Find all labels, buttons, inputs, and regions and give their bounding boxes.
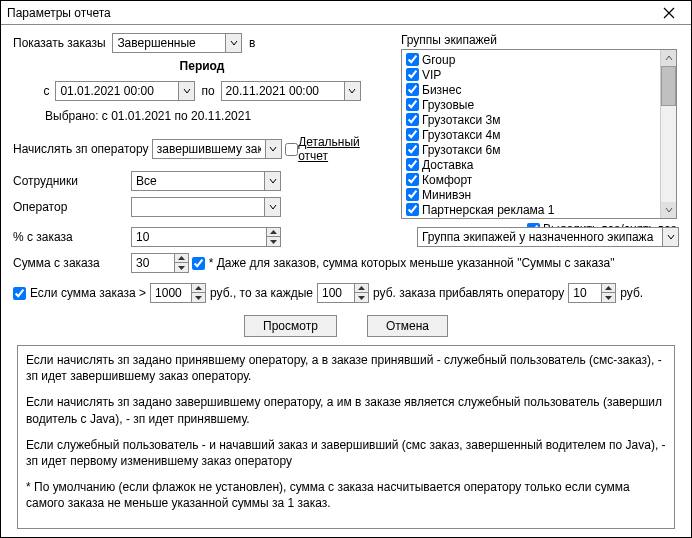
- threshold-checkbox[interactable]: [13, 287, 26, 300]
- pct-order-label: % с заказа: [13, 230, 131, 244]
- show-orders-combo[interactable]: [112, 33, 242, 53]
- date-from-input[interactable]: [56, 82, 178, 100]
- crew-group-item[interactable]: Грузотакси 4м: [406, 127, 672, 142]
- chevron-down-icon[interactable]: [225, 34, 241, 52]
- crew-group-item[interactable]: Доставка: [406, 157, 672, 172]
- per-input[interactable]: [318, 284, 354, 302]
- crew-group-label: Грузовые: [422, 98, 474, 112]
- crew-group-label: Комфорт: [422, 173, 472, 187]
- rub-add-label: руб. заказа прибавлять оператору: [373, 286, 564, 300]
- crew-group-checkbox[interactable]: [406, 143, 419, 156]
- accrual-combo[interactable]: [152, 139, 282, 159]
- group-assigned-input[interactable]: [418, 228, 662, 246]
- sum-order-input[interactable]: [132, 254, 174, 272]
- scroll-up-icon[interactable]: [661, 50, 676, 66]
- spin-down-icon[interactable]: [355, 293, 368, 302]
- close-icon: [663, 7, 675, 19]
- crew-group-checkbox[interactable]: [406, 173, 419, 186]
- show-orders-input[interactable]: [113, 34, 225, 52]
- spin-up-icon[interactable]: [175, 254, 188, 263]
- help-p3: Если служебный пользователь - и начавший…: [26, 437, 666, 469]
- threshold-input[interactable]: [151, 284, 191, 302]
- to-label: по: [201, 84, 214, 98]
- crew-group-item[interactable]: Грузотакси 3м: [406, 112, 672, 127]
- spin-down-icon[interactable]: [267, 237, 280, 246]
- crew-group-checkbox[interactable]: [406, 158, 419, 171]
- crew-group-item[interactable]: Бизнес: [406, 82, 672, 97]
- detail-checkbox[interactable]: [285, 143, 298, 156]
- accrual-label: Начислять зп оператору: [13, 142, 148, 156]
- help-text: Если начислять зп задано принявшему опер…: [17, 345, 675, 529]
- scrollbar[interactable]: [660, 50, 676, 218]
- crew-group-checkbox[interactable]: [406, 203, 419, 216]
- group-assigned-combo[interactable]: [417, 227, 679, 247]
- operator-input[interactable]: [132, 198, 264, 216]
- operator-combo[interactable]: [131, 197, 281, 217]
- bonus-input[interactable]: [569, 284, 601, 302]
- sum-order-label: Сумма с заказа: [13, 256, 131, 270]
- spin-down-icon[interactable]: [192, 293, 205, 302]
- crew-group-label: Доставка: [422, 158, 474, 172]
- crew-group-item[interactable]: Комфорт: [406, 172, 672, 187]
- crew-group-checkbox[interactable]: [406, 53, 419, 66]
- sum-order-spinner[interactable]: [131, 253, 189, 273]
- operator-label: Оператор: [13, 200, 131, 214]
- date-to-input[interactable]: [222, 82, 344, 100]
- help-p4: * По умолчанию (если флажок не установле…: [26, 479, 666, 511]
- even-if-label: * Даже для заказов, сумма которых меньше…: [209, 256, 615, 270]
- scroll-down-icon[interactable]: [661, 202, 676, 218]
- crew-group-item[interactable]: Грузотакси 6м: [406, 142, 672, 157]
- crew-group-label: Бизнес: [422, 83, 461, 97]
- chevron-down-icon[interactable]: [264, 172, 280, 190]
- crew-group-checkbox[interactable]: [406, 188, 419, 201]
- spin-down-icon[interactable]: [175, 263, 188, 272]
- date-from[interactable]: [55, 81, 195, 101]
- detail-label: Детальный отчет: [298, 135, 391, 163]
- rub-then-label: руб., то за каждые: [210, 286, 313, 300]
- spin-up-icon[interactable]: [192, 284, 205, 293]
- bonus-spinner[interactable]: [568, 283, 616, 303]
- spin-up-icon[interactable]: [355, 284, 368, 293]
- even-if-checkbox[interactable]: [192, 257, 205, 270]
- rub-label: руб.: [620, 286, 643, 300]
- view-button[interactable]: Просмотр: [244, 315, 337, 337]
- pct-order-input[interactable]: [132, 228, 266, 246]
- crew-group-item[interactable]: Грузовые: [406, 97, 672, 112]
- chevron-down-icon[interactable]: [265, 140, 281, 158]
- show-orders-label: Показать заказы: [13, 36, 106, 50]
- chevron-down-icon[interactable]: [178, 82, 194, 100]
- chevron-down-icon[interactable]: [344, 82, 360, 100]
- crew-group-checkbox[interactable]: [406, 83, 419, 96]
- employees-input[interactable]: [132, 172, 264, 190]
- chevron-down-icon[interactable]: [662, 228, 678, 246]
- crew-group-checkbox[interactable]: [406, 128, 419, 141]
- spin-down-icon[interactable]: [602, 293, 615, 302]
- crew-group-checkbox[interactable]: [406, 68, 419, 81]
- crew-group-item[interactable]: VIP: [406, 67, 672, 82]
- close-button[interactable]: [653, 2, 685, 24]
- crew-group-item[interactable]: Group: [406, 52, 672, 67]
- pct-order-spinner[interactable]: [131, 227, 281, 247]
- threshold-label: Если сумма заказа >: [30, 286, 146, 300]
- crew-group-label: Group: [422, 53, 455, 67]
- crew-group-checkbox[interactable]: [406, 113, 419, 126]
- crew-group-label: Грузотакси 3м: [422, 113, 501, 127]
- in-label: в: [249, 36, 255, 50]
- employees-combo[interactable]: [131, 171, 281, 191]
- per-spinner[interactable]: [317, 283, 369, 303]
- crew-groups-list[interactable]: GroupVIPБизнесГрузовыеГрузотакси 3мГрузо…: [401, 49, 677, 219]
- spin-up-icon[interactable]: [267, 228, 280, 237]
- chevron-down-icon[interactable]: [264, 198, 280, 216]
- threshold-spinner[interactable]: [150, 283, 206, 303]
- scroll-thumb[interactable]: [661, 66, 676, 106]
- crew-group-item[interactable]: Минивэн: [406, 187, 672, 202]
- scroll-track[interactable]: [661, 106, 676, 202]
- crew-group-item[interactable]: Партнерская реклама 1: [406, 202, 672, 217]
- accrual-input[interactable]: [153, 140, 265, 158]
- date-to[interactable]: [221, 81, 361, 101]
- cancel-button[interactable]: Отмена: [367, 315, 448, 337]
- crew-group-checkbox[interactable]: [406, 98, 419, 111]
- help-p2: Если начислять зп задано завершившему оп…: [26, 394, 666, 426]
- spin-up-icon[interactable]: [602, 284, 615, 293]
- crew-group-label: VIP: [422, 68, 441, 82]
